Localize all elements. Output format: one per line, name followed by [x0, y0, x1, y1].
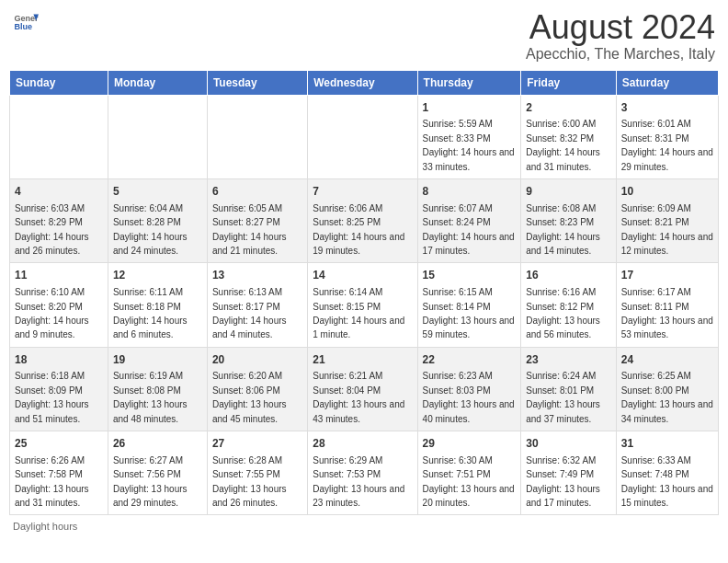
calendar-cell: [108, 95, 207, 178]
day-number: 28: [313, 436, 412, 452]
day-info: Sunrise: 6:00 AM Sunset: 8:32 PM Dayligh…: [526, 119, 600, 171]
day-info: Sunrise: 6:15 AM Sunset: 8:14 PM Dayligh…: [423, 287, 515, 339]
calendar-cell: 28Sunrise: 6:29 AM Sunset: 7:53 PM Dayli…: [308, 431, 417, 515]
day-info: Sunrise: 5:59 AM Sunset: 8:33 PM Dayligh…: [423, 119, 515, 171]
day-header-sunday: Sunday: [10, 70, 108, 95]
day-number: 27: [212, 436, 302, 452]
day-info: Sunrise: 6:10 AM Sunset: 8:20 PM Dayligh…: [15, 287, 89, 339]
day-number: 11: [15, 268, 103, 283]
day-number: 10: [621, 184, 713, 200]
day-info: Sunrise: 6:18 AM Sunset: 8:09 PM Dayligh…: [15, 371, 89, 423]
calendar-cell: [308, 95, 417, 178]
day-info: Sunrise: 6:06 AM Sunset: 8:25 PM Dayligh…: [313, 203, 404, 256]
day-info: Sunrise: 6:07 AM Sunset: 8:24 PM Dayligh…: [423, 203, 515, 256]
day-header-friday: Friday: [521, 70, 616, 95]
day-header-thursday: Thursday: [417, 70, 521, 95]
day-info: Sunrise: 6:33 AM Sunset: 7:48 PM Dayligh…: [621, 455, 713, 508]
day-info: Sunrise: 6:05 AM Sunset: 8:27 PM Dayligh…: [212, 203, 287, 256]
week-row-3: 11Sunrise: 6:10 AM Sunset: 8:20 PM Dayli…: [10, 263, 719, 347]
day-number: 12: [113, 268, 202, 283]
week-row-2: 4Sunrise: 6:03 AM Sunset: 8:29 PM Daylig…: [10, 178, 719, 262]
day-number: 4: [15, 184, 103, 200]
day-number: 9: [526, 184, 610, 200]
footer-label: Daylight hours: [13, 521, 77, 532]
week-row-5: 25Sunrise: 6:26 AM Sunset: 7:58 PM Dayli…: [10, 431, 719, 515]
day-number: 5: [113, 184, 202, 200]
day-number: 19: [113, 352, 202, 368]
day-info: Sunrise: 6:04 AM Sunset: 8:28 PM Dayligh…: [113, 203, 188, 256]
day-info: Sunrise: 6:27 AM Sunset: 7:56 PM Dayligh…: [113, 455, 188, 508]
day-number: 25: [15, 436, 103, 452]
day-number: 26: [113, 436, 202, 452]
svg-text:Blue: Blue: [14, 22, 32, 31]
day-number: 2: [526, 100, 610, 116]
calendar-cell: 22Sunrise: 6:23 AM Sunset: 8:03 PM Dayli…: [417, 347, 521, 431]
day-number: 29: [423, 436, 517, 452]
day-number: 7: [313, 184, 412, 200]
day-header-monday: Monday: [108, 70, 207, 95]
calendar-table: SundayMondayTuesdayWednesdayThursdayFrid…: [9, 70, 719, 516]
calendar-cell: 27Sunrise: 6:28 AM Sunset: 7:55 PM Dayli…: [207, 431, 307, 515]
day-header-tuesday: Tuesday: [207, 70, 307, 95]
calendar-cell: 10Sunrise: 6:09 AM Sunset: 8:21 PM Dayli…: [616, 178, 718, 262]
day-info: Sunrise: 6:26 AM Sunset: 7:58 PM Dayligh…: [15, 455, 89, 508]
calendar-cell: 23Sunrise: 6:24 AM Sunset: 8:01 PM Dayli…: [521, 347, 616, 431]
day-info: Sunrise: 6:17 AM Sunset: 8:11 PM Dayligh…: [621, 287, 713, 339]
day-number: 14: [313, 268, 412, 283]
day-number: 31: [621, 436, 713, 452]
day-info: Sunrise: 6:28 AM Sunset: 7:55 PM Dayligh…: [212, 455, 287, 508]
logo: General Blue: [13, 9, 42, 35]
day-info: Sunrise: 6:11 AM Sunset: 8:18 PM Dayligh…: [113, 287, 188, 339]
calendar-cell: 18Sunrise: 6:18 AM Sunset: 8:09 PM Dayli…: [10, 347, 108, 431]
calendar-cell: 21Sunrise: 6:21 AM Sunset: 8:04 PM Dayli…: [308, 347, 417, 431]
day-number: 3: [621, 100, 713, 116]
day-number: 23: [526, 352, 610, 368]
calendar-cell: 24Sunrise: 6:25 AM Sunset: 8:00 PM Dayli…: [616, 347, 718, 431]
day-number: 21: [313, 352, 412, 368]
calendar-cell: 4Sunrise: 6:03 AM Sunset: 8:29 PM Daylig…: [10, 178, 108, 262]
day-info: Sunrise: 6:09 AM Sunset: 8:21 PM Dayligh…: [621, 203, 713, 256]
footer: Daylight hours: [9, 521, 719, 532]
calendar-cell: 6Sunrise: 6:05 AM Sunset: 8:27 PM Daylig…: [207, 178, 307, 262]
header: General Blue August 2024 Apecchio, The M…: [9, 9, 719, 63]
week-row-1: 1Sunrise: 5:59 AM Sunset: 8:33 PM Daylig…: [10, 95, 719, 178]
day-info: Sunrise: 6:01 AM Sunset: 8:31 PM Dayligh…: [621, 119, 713, 171]
title-block: August 2024 Apecchio, The Marches, Italy: [526, 9, 715, 63]
calendar-cell: 1Sunrise: 5:59 AM Sunset: 8:33 PM Daylig…: [417, 95, 521, 178]
calendar-cell: 26Sunrise: 6:27 AM Sunset: 7:56 PM Dayli…: [108, 431, 207, 515]
day-info: Sunrise: 6:20 AM Sunset: 8:06 PM Dayligh…: [212, 371, 287, 423]
calendar-subtitle: Apecchio, The Marches, Italy: [526, 46, 715, 63]
day-info: Sunrise: 6:14 AM Sunset: 8:15 PM Dayligh…: [313, 287, 404, 339]
day-number: 6: [212, 184, 302, 200]
day-number: 15: [423, 268, 517, 283]
calendar-cell: [10, 95, 108, 178]
day-info: Sunrise: 6:08 AM Sunset: 8:23 PM Dayligh…: [526, 203, 600, 256]
calendar-cell: 3Sunrise: 6:01 AM Sunset: 8:31 PM Daylig…: [616, 95, 718, 178]
calendar-cell: 11Sunrise: 6:10 AM Sunset: 8:20 PM Dayli…: [10, 263, 108, 347]
day-info: Sunrise: 6:30 AM Sunset: 7:51 PM Dayligh…: [423, 455, 515, 508]
calendar-cell: 30Sunrise: 6:32 AM Sunset: 7:49 PM Dayli…: [521, 431, 616, 515]
calendar-cell: 31Sunrise: 6:33 AM Sunset: 7:48 PM Dayli…: [616, 431, 718, 515]
week-row-4: 18Sunrise: 6:18 AM Sunset: 8:09 PM Dayli…: [10, 347, 719, 431]
calendar-cell: 29Sunrise: 6:30 AM Sunset: 7:51 PM Dayli…: [417, 431, 521, 515]
calendar-cell: 9Sunrise: 6:08 AM Sunset: 8:23 PM Daylig…: [521, 178, 616, 262]
calendar-cell: 5Sunrise: 6:04 AM Sunset: 8:28 PM Daylig…: [108, 178, 207, 262]
calendar-cell: 13Sunrise: 6:13 AM Sunset: 8:17 PM Dayli…: [207, 263, 307, 347]
calendar-cell: [207, 95, 307, 178]
day-number: 16: [526, 268, 610, 283]
day-header-wednesday: Wednesday: [308, 70, 417, 95]
calendar-cell: 2Sunrise: 6:00 AM Sunset: 8:32 PM Daylig…: [521, 95, 616, 178]
day-number: 30: [526, 436, 610, 452]
day-info: Sunrise: 6:23 AM Sunset: 8:03 PM Dayligh…: [423, 371, 515, 423]
calendar-cell: 14Sunrise: 6:14 AM Sunset: 8:15 PM Dayli…: [308, 263, 417, 347]
day-number: 13: [212, 268, 302, 283]
calendar-cell: 7Sunrise: 6:06 AM Sunset: 8:25 PM Daylig…: [308, 178, 417, 262]
day-info: Sunrise: 6:16 AM Sunset: 8:12 PM Dayligh…: [526, 287, 600, 339]
day-info: Sunrise: 6:21 AM Sunset: 8:04 PM Dayligh…: [313, 371, 404, 423]
day-number: 17: [621, 268, 713, 283]
calendar-cell: 17Sunrise: 6:17 AM Sunset: 8:11 PM Dayli…: [616, 263, 718, 347]
day-info: Sunrise: 6:29 AM Sunset: 7:53 PM Dayligh…: [313, 455, 404, 508]
calendar-cell: 19Sunrise: 6:19 AM Sunset: 8:08 PM Dayli…: [108, 347, 207, 431]
calendar-title: August 2024: [526, 9, 715, 46]
calendar-cell: 15Sunrise: 6:15 AM Sunset: 8:14 PM Dayli…: [417, 263, 521, 347]
